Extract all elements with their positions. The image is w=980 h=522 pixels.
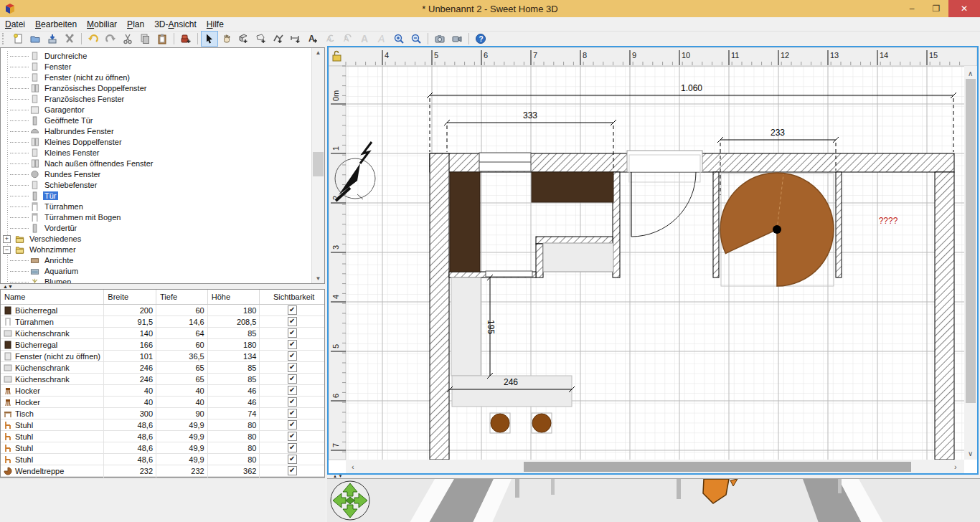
undo-icon[interactable]: [85, 31, 102, 47]
visibility-checkbox[interactable]: ✔: [288, 317, 297, 326]
visibility-checkbox[interactable]: ✔: [288, 397, 297, 407]
create-rooms-icon[interactable]: [253, 31, 270, 47]
paste-icon[interactable]: [154, 31, 171, 47]
kitchen-counter-vertical[interactable]: [451, 277, 481, 376]
visibility-checkbox[interactable]: ✔: [288, 328, 297, 338]
create-video-icon[interactable]: [448, 31, 466, 47]
menu-bearbeiten[interactable]: Bearbeiten: [30, 18, 82, 31]
visibility-checkbox[interactable]: ✔: [288, 432, 297, 441]
bookshelf-vertical[interactable]: [450, 172, 480, 272]
zoom-out-icon[interactable]: [407, 31, 425, 47]
tree-expander-icon[interactable]: −: [3, 246, 11, 254]
plan-h-scrollbar[interactable]: ‹ ›: [346, 460, 964, 473]
visibility-checkbox[interactable]: ✔: [288, 363, 297, 372]
window-fixed[interactable]: [479, 153, 531, 171]
visibility-checkbox[interactable]: ✔: [288, 386, 297, 395]
create-walls-icon[interactable]: [235, 31, 253, 47]
table-row[interactable]: Fenster (nicht zu öffnen)10136,5134✔: [1, 351, 324, 362]
navigation-compass-3d[interactable]: [331, 481, 369, 520]
help-icon[interactable]: ?: [472, 31, 489, 47]
tree-item-durchreiche[interactable]: Durchreiche: [1, 51, 312, 62]
column-header-höhe[interactable]: Höhe: [208, 290, 260, 304]
tree-item-vordertür[interactable]: Vordertür: [1, 223, 312, 234]
visibility-checkbox[interactable]: ✔: [288, 305, 297, 315]
tree-item-rundes-fenster[interactable]: Rundes Fenster: [1, 169, 312, 180]
catalog-splitter[interactable]: ▲▼: [0, 284, 325, 289]
tree-item-wohnzimmer[interactable]: −Wohnzimmer: [1, 245, 312, 255]
minimize-button[interactable]: –: [900, 0, 924, 17]
visibility-checkbox[interactable]: ✔: [288, 420, 297, 430]
add-text-icon[interactable]: A: [304, 31, 321, 47]
tree-item-verschiedenes[interactable]: +Verschiedenes: [1, 234, 312, 245]
table-row[interactable]: Bücherregal16660180✔: [1, 339, 324, 351]
tree-item-fenster[interactable]: Fenster: [1, 62, 312, 72]
cut-icon[interactable]: [119, 31, 136, 47]
select-icon[interactable]: [201, 31, 218, 47]
redo-icon[interactable]: [102, 31, 119, 47]
column-header-name[interactable]: Name: [1, 290, 104, 304]
new-document-icon[interactable]: [9, 31, 27, 47]
tree-item-fenster-nicht-zu-öffnen-[interactable]: Fenster (nicht zu öffnen): [1, 72, 312, 83]
table-row[interactable]: Stuhl48,649,980✔: [1, 431, 324, 442]
copy-icon[interactable]: [136, 31, 154, 47]
table-row[interactable]: Stuhl48,649,980✔: [1, 442, 324, 454]
toolbar-grip[interactable]: [2, 33, 7, 44]
tree-item-französisches-fenster[interactable]: Französisches Fenster: [1, 94, 312, 105]
table-row[interactable]: Türrahmen91,514,6208,5✔: [1, 316, 324, 328]
save-icon[interactable]: [44, 31, 61, 47]
tree-item-aquarium[interactable]: Aquarium: [1, 266, 312, 277]
table-row[interactable]: Küchenschrank2466585✔: [1, 362, 324, 374]
tree-item-halbrundes-fenster[interactable]: Halbrundes Fenster: [1, 126, 312, 137]
menu-hilfe[interactable]: Hilfe: [202, 18, 229, 31]
menu-3d-ansicht[interactable]: 3D-Ansicht: [149, 18, 202, 31]
create-polylines-icon[interactable]: [270, 31, 287, 47]
tree-item-garagentor[interactable]: Garagentor: [1, 105, 312, 115]
create-dimensions-icon[interactable]: [287, 31, 304, 47]
pan-icon[interactable]: [218, 31, 235, 47]
tree-item-französisches-doppelfenster[interactable]: Französisches Doppelfenster: [1, 83, 312, 94]
table-row[interactable]: Küchenschrank1406485✔: [1, 328, 324, 339]
table-row[interactable]: Stuhl48,649,980✔: [1, 419, 324, 431]
tree-item-kleines-fenster[interactable]: Kleines Fenster: [1, 148, 312, 158]
plan-view[interactable]: 456789101112131415 0m1234567: [327, 46, 979, 475]
plan-v-scrollbar[interactable]: ∧ ∨: [964, 66, 977, 460]
tree-item-türrahmen[interactable]: Türrahmen: [1, 201, 312, 212]
visibility-checkbox[interactable]: ✔: [288, 455, 297, 464]
close-button[interactable]: ✕: [948, 0, 980, 17]
plan-h-scroll-thumb[interactable]: [524, 462, 911, 472]
visibility-checkbox[interactable]: ✔: [288, 374, 297, 384]
view-3d[interactable]: [327, 478, 980, 522]
tree-item-blumen[interactable]: Blumen: [1, 277, 312, 284]
table-row[interactable]: Stuhl48,649,980✔: [1, 454, 324, 465]
tree-scrollbar[interactable]: ▲ ▼: [311, 48, 324, 283]
plan-v-scroll-thumb[interactable]: [966, 79, 976, 403]
visibility-checkbox[interactable]: ✔: [288, 409, 297, 418]
table-row[interactable]: Küchenschrank2466585✔: [1, 374, 324, 385]
tree-item-geöffnete-tür[interactable]: Geöffnete Tür: [1, 115, 312, 126]
zoom-in-icon[interactable]: [390, 31, 407, 47]
menu-plan[interactable]: Plan: [122, 18, 149, 31]
tree-item-tür[interactable]: Tür: [1, 191, 312, 201]
create-photo-icon[interactable]: [431, 31, 448, 47]
table-row[interactable]: Hocker404046✔: [1, 397, 324, 408]
visibility-checkbox[interactable]: ✔: [288, 443, 297, 452]
column-header-tiefe[interactable]: Tiefe: [156, 290, 208, 304]
visibility-checkbox[interactable]: ✔: [288, 351, 297, 361]
column-header-sichtbarkeit[interactable]: Sichtbarkeit: [260, 290, 324, 304]
visibility-checkbox[interactable]: ✔: [288, 466, 297, 475]
visibility-checkbox[interactable]: ✔: [288, 340, 297, 349]
table-row[interactable]: Wendeltreppe232232362✔: [1, 465, 324, 477]
table-row[interactable]: Bücherregal20060180✔: [1, 305, 324, 316]
tree-item-kleines-doppelfenster[interactable]: Kleines Doppelfenster: [1, 137, 312, 148]
column-header-breite[interactable]: Breite: [104, 290, 156, 304]
tree-scroll-up-icon[interactable]: ▲: [312, 49, 324, 56]
tree-item-nach-außen-öffnendes-fenster[interactable]: Nach außen öffnendes Fenster: [1, 158, 312, 169]
table-row[interactable]: Tisch3009074✔: [1, 408, 324, 419]
open-icon[interactable]: [27, 31, 44, 47]
menu-mobiliar[interactable]: Mobiliar: [82, 18, 122, 31]
tree-item-anrichte[interactable]: Anrichte: [1, 255, 312, 266]
tree-expander-icon[interactable]: +: [3, 235, 11, 243]
menu-datei[interactable]: Datei: [0, 18, 30, 31]
tree-scroll-down-icon[interactable]: ▼: [312, 275, 324, 282]
table-row[interactable]: Hocker404046✔: [1, 385, 324, 397]
